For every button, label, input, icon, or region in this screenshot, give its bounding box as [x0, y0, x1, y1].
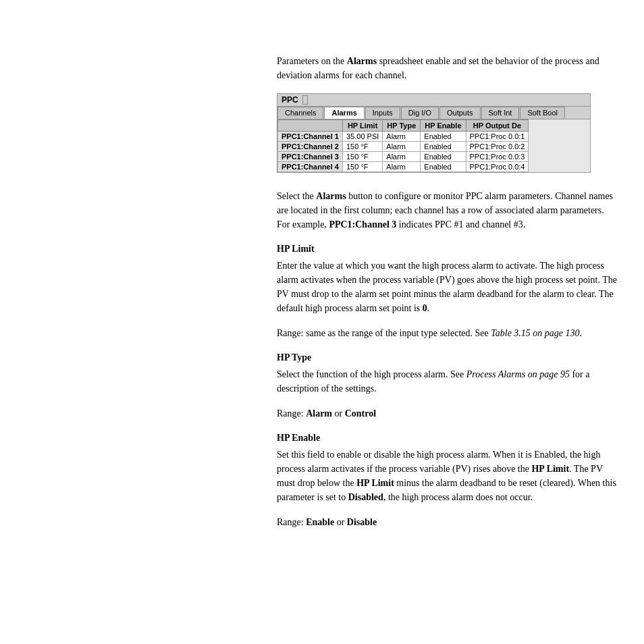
hp-type-alarm: Alarm	[306, 408, 332, 419]
hp-limit-default-value: 0	[423, 303, 427, 313]
channel-2-hp-enable: Enabled	[421, 142, 466, 152]
hp-enable-hplimit-ref1: HP Limit	[531, 464, 569, 474]
hp-enable-hplimit-ref2: HP Limit	[356, 478, 394, 488]
channel-1-hp-output: PPC1:Proc 0.0:1	[466, 132, 529, 142]
channel3-example: PPC1:Channel 3	[329, 219, 396, 230]
spreadsheet-title: PPC	[281, 95, 298, 105]
tab-inputs[interactable]: Inputs	[365, 107, 400, 119]
hp-type-control: Control	[345, 408, 376, 419]
col-header-channel	[278, 120, 343, 132]
intro-bold-alarms: Alarms	[347, 56, 377, 66]
tab-dig-io[interactable]: Dig I/O	[401, 107, 439, 119]
channel-2-hp-limit: 150 °F	[342, 142, 382, 152]
channel-2-hp-output: PPC1:Proc 0.0:2	[466, 142, 529, 152]
hp-enable-disabled-ref: Disabled	[348, 492, 383, 502]
hp-enable-range: Range: Enable or Disable	[277, 515, 617, 529]
channel-2-label: PPC1:Channel 2	[278, 142, 343, 152]
hp-enable-disable: Disable	[347, 517, 377, 527]
hp-enable-para: Set this field to enable or disable the …	[277, 448, 617, 504]
col-header-hp-type: HP Type	[383, 120, 421, 132]
channel-1-hp-type: Alarm	[383, 132, 421, 142]
page-content: Parameters on the Alarms spreadsheet ena…	[0, 0, 644, 590]
table-row: PPC1:Channel 4 150 °F Alarm Enabled PPC1…	[278, 162, 529, 172]
channel-3-hp-output: PPC1:Proc 0.0:3	[466, 152, 529, 162]
hp-type-para: Select the function of the high process …	[277, 367, 617, 396]
table-row: PPC1:Channel 3 150 °F Alarm Enabled PPC1…	[278, 152, 529, 162]
channel-3-hp-type: Alarm	[383, 152, 421, 162]
channel-1-hp-limit: 35.00 PSI	[342, 132, 382, 142]
hp-enable-heading: HP Enable	[277, 433, 617, 444]
hp-limit-para: Enter the value at which you want the hi…	[277, 259, 617, 315]
channel-3-label: PPC1:Channel 3	[278, 152, 343, 162]
channel-1-hp-enable: Enabled	[421, 132, 466, 142]
channel-4-label: PPC1:Channel 4	[278, 162, 343, 172]
hp-limit-range: Range: same as the range of the input ty…	[277, 326, 617, 340]
hp-type-ref: Process Alarms on page 95	[466, 369, 570, 379]
channel-4-hp-enable: Enabled	[421, 162, 466, 172]
spreadsheet-container: PPC Channels Alarms Inputs Dig I/O Outpu…	[277, 93, 591, 173]
tab-channels[interactable]: Channels	[277, 107, 323, 119]
tab-outputs[interactable]: Outputs	[439, 107, 481, 119]
col-header-hp-enable: HP Enable	[421, 120, 466, 132]
body-intro-para: Select the Alarms button to configure or…	[277, 189, 617, 232]
hp-limit-heading: HP Limit	[277, 244, 617, 254]
title-tab-indicator	[302, 95, 308, 105]
intro-text1: Parameters on the	[277, 56, 347, 66]
hp-enable-enable: Enable	[306, 517, 334, 527]
channel-4-hp-type: Alarm	[383, 162, 421, 172]
spreadsheet-title-bar: PPC	[277, 94, 590, 107]
channel-1-label: PPC1:Channel 1	[278, 132, 343, 142]
channel-4-hp-output: PPC1:Proc 0.0:4	[466, 162, 529, 172]
table-row: PPC1:Channel 2 150 °F Alarm Enabled PPC1…	[278, 142, 529, 152]
col-header-hp-output: HP Output De	[466, 120, 529, 132]
hp-type-range: Range: Alarm or Control	[277, 406, 617, 421]
hp-type-heading: HP Type	[277, 352, 617, 363]
channel-3-hp-enable: Enabled	[421, 152, 466, 162]
tab-alarms[interactable]: Alarms	[324, 107, 364, 119]
intro-paragraph: Parameters on the Alarms spreadsheet ena…	[277, 54, 617, 82]
col-header-hp-limit: HP Limit	[342, 120, 382, 132]
channel-3-hp-limit: 150 °F	[342, 152, 382, 162]
body-alarms-bold: Alarms	[316, 191, 346, 201]
tab-bar: Channels Alarms Inputs Dig I/O Outputs S…	[277, 107, 590, 119]
table-row: PPC1:Channel 1 35.00 PSI Alarm Enabled P…	[278, 132, 529, 142]
hp-limit-table-ref: Table 3.15 on page 130	[491, 328, 579, 338]
tab-soft-int[interactable]: Soft Int	[481, 107, 520, 119]
channel-4-hp-limit: 150 °F	[342, 162, 382, 172]
channel-2-hp-type: Alarm	[383, 142, 421, 152]
spreadsheet-table: HP Limit HP Type HP Enable HP Output De …	[277, 119, 529, 172]
tab-soft-bool[interactable]: Soft Bool	[520, 107, 565, 119]
